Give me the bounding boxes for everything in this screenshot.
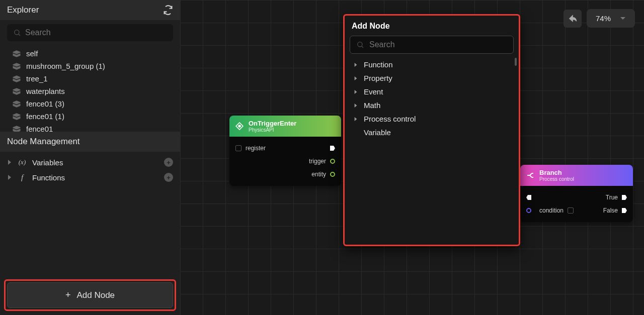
explorer-item[interactable]: tree_1	[0, 72, 180, 85]
search-icon	[356, 41, 364, 49]
explorer-item-label: fence01	[26, 125, 53, 132]
add-node-button-highlight: + Add Node	[4, 279, 176, 311]
box-icon	[12, 100, 21, 108]
node-ontriggerenter[interactable]: OnTriggerEnter PhysicsAPI register trigg…	[229, 116, 341, 186]
category-math[interactable]: Math	[350, 98, 514, 112]
explorer-item[interactable]: waterplants	[0, 85, 180, 97]
category-label: Property	[364, 74, 392, 82]
node-title: Branch	[539, 169, 574, 176]
explorer-search-input[interactable]	[25, 28, 167, 37]
category-label: Event	[364, 87, 383, 96]
explorer-title: Explorer	[7, 5, 39, 15]
exec-port-out[interactable]	[330, 146, 335, 151]
exec-port-out[interactable]	[622, 208, 627, 213]
explorer-item[interactable]: mushroom_5_group (1)	[0, 60, 180, 72]
add-node-search[interactable]	[350, 36, 514, 54]
add-node-button[interactable]: + Add Node	[7, 282, 173, 308]
box-icon	[12, 88, 21, 95]
node-mgmt-variables[interactable]: (x) Variables +	[0, 155, 180, 170]
category-event[interactable]: Event	[350, 85, 514, 98]
explorer-item[interactable]: fence01	[0, 123, 180, 132]
port-label: register	[246, 145, 266, 152]
add-node-panel: Add Node Function Property Event Math	[343, 14, 520, 246]
add-function-button[interactable]: +	[164, 173, 173, 182]
add-node-search-input[interactable]	[369, 40, 507, 49]
checkbox[interactable]	[568, 207, 574, 214]
port-label: entity	[311, 171, 326, 178]
checkbox[interactable]	[235, 145, 242, 151]
branch-icon	[526, 171, 534, 179]
box-icon	[12, 126, 21, 132]
node-management-list: (x) Variables + f Functions +	[0, 152, 180, 188]
explorer-item-label: self	[26, 49, 38, 58]
add-variable-button[interactable]: +	[164, 158, 173, 167]
category-process-control[interactable]: Process control	[350, 112, 514, 126]
explorer-search[interactable]	[7, 24, 173, 41]
explorer-item[interactable]: fence01 (3)	[0, 97, 180, 110]
node-header[interactable]: Branch Process control	[520, 165, 633, 186]
svg-point-0	[15, 30, 19, 35]
exec-port-in[interactable]	[526, 195, 531, 200]
node-mgmt-functions[interactable]: f Functions +	[0, 170, 180, 185]
category-label: Variable	[364, 128, 391, 137]
box-icon	[12, 63, 21, 70]
port-label: True	[606, 194, 618, 201]
category-list: Function Property Event Math Process con…	[350, 58, 514, 139]
search-icon	[13, 29, 21, 37]
explorer-item[interactable]: fence01 (1)	[0, 110, 180, 123]
port-label: condition	[539, 207, 564, 214]
port-label: trigger	[309, 158, 326, 165]
chevron-right-icon	[354, 117, 358, 121]
zoom-control[interactable]: 74%	[587, 9, 635, 28]
node-mgmt-label: Variables	[32, 158, 63, 167]
node-title: OnTriggerEnter	[249, 120, 296, 127]
node-subtitle: Process control	[539, 176, 574, 182]
node-mgmt-label: Functions	[32, 173, 65, 182]
node-row[interactable]: True	[526, 191, 627, 204]
plus-icon: +	[65, 290, 71, 300]
sidebar: Explorer self mushroom_5_group (1) tree_…	[0, 0, 180, 315]
chevron-down-icon	[620, 17, 626, 21]
category-variable[interactable]: Variable	[350, 126, 514, 139]
functions-icon: f	[17, 173, 27, 182]
svg-point-2	[358, 42, 362, 47]
node-row[interactable]: condition False	[526, 204, 627, 217]
node-header[interactable]: OnTriggerEnter PhysicsAPI	[229, 116, 341, 137]
port-label: False	[603, 207, 618, 214]
box-icon	[12, 50, 21, 57]
node-subtitle: PhysicsAPI	[249, 127, 296, 133]
node-branch[interactable]: Branch Process control True condition	[520, 165, 633, 222]
category-property[interactable]: Property	[350, 71, 514, 85]
svg-point-1	[238, 125, 240, 127]
explorer-list[interactable]: self mushroom_5_group (1) tree_1 waterpl…	[0, 45, 180, 132]
variables-icon: (x)	[17, 158, 27, 166]
node-output-row[interactable]: entity	[235, 168, 335, 181]
node-output-row[interactable]: trigger	[235, 155, 335, 168]
exec-port-out[interactable]	[622, 195, 627, 200]
box-icon	[12, 75, 21, 82]
node-body: register trigger entity	[229, 137, 341, 186]
share-button[interactable]	[564, 10, 582, 28]
category-label: Process control	[364, 115, 416, 123]
category-label: Function	[364, 60, 393, 69]
share-icon	[568, 14, 577, 23]
chevron-right-icon	[354, 76, 358, 80]
chevron-right-icon	[354, 90, 358, 94]
chevron-right-icon	[354, 103, 358, 108]
node-input-row[interactable]: register	[235, 142, 335, 155]
data-port-in[interactable]	[526, 208, 531, 213]
data-port-out[interactable]	[330, 172, 335, 177]
category-function[interactable]: Function	[350, 58, 514, 71]
explorer-item[interactable]: self	[0, 47, 180, 60]
explorer-item-label: mushroom_5_group (1)	[26, 62, 105, 70]
data-port-out[interactable]	[330, 159, 335, 164]
node-body: True condition False	[520, 186, 633, 222]
chevron-right-icon	[7, 175, 12, 180]
diamond-icon	[235, 122, 244, 130]
canvas[interactable]: 74% OnTriggerEnter PhysicsAPI register t…	[180, 0, 644, 315]
explorer-item-label: tree_1	[26, 74, 48, 83]
add-node-button-label: Add Node	[76, 290, 115, 300]
category-label: Math	[364, 101, 380, 110]
explorer-item-label: fence01 (3)	[26, 99, 64, 108]
refresh-icon[interactable]	[163, 5, 173, 15]
